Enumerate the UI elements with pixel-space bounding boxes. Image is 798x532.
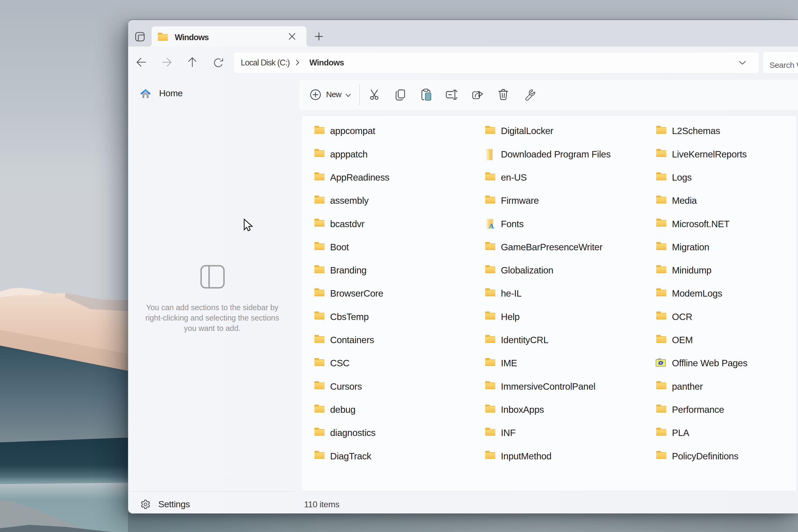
svg-text:A: A bbox=[489, 222, 494, 229]
